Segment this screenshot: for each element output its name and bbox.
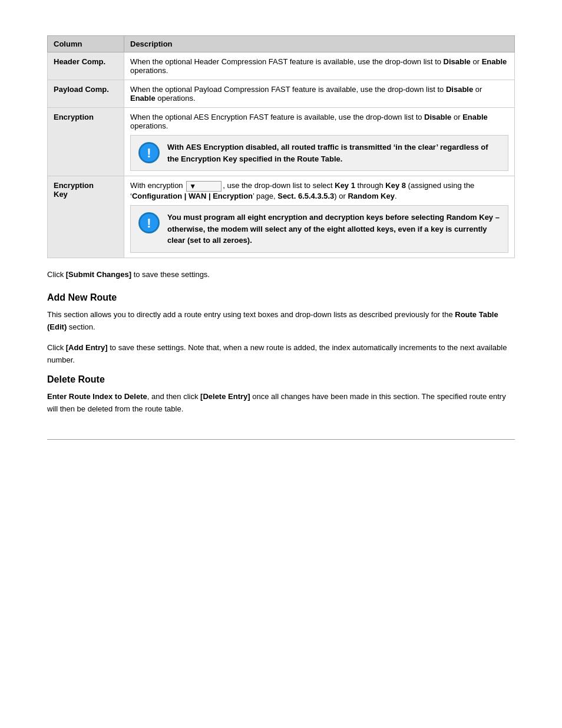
footer-divider bbox=[47, 439, 515, 440]
encryption-key-note-text: You must program all eight encryption an… bbox=[167, 212, 501, 246]
warning-icon-2: ! bbox=[138, 212, 160, 234]
table-row: EncryptionKey With encryption ▼, use the… bbox=[48, 176, 515, 258]
desc-header-comp: When the optional Header Compression FAS… bbox=[124, 52, 515, 80]
table-row: Encryption When the optional AES Encrypt… bbox=[48, 108, 515, 176]
desc-payload-comp: When the optional Payload Compression FA… bbox=[124, 80, 515, 108]
add-new-route-para1: This section allows you to directly add … bbox=[47, 309, 515, 334]
submit-line: Click [Submit Changes] to save these set… bbox=[47, 269, 515, 281]
encryption-key-note-box: ! You must program all eight encryption … bbox=[130, 205, 508, 253]
desc-encryption: When the optional AES Encryption FAST fe… bbox=[124, 108, 515, 176]
encryption-note-text: With AES Encryption disabled, all routed… bbox=[167, 141, 501, 164]
desc-header: Description bbox=[124, 36, 515, 52]
svg-text:!: ! bbox=[147, 216, 151, 230]
submit-changes-label: [Submit Changes] bbox=[66, 270, 131, 279]
encryption-dropdown[interactable]: ▼ bbox=[186, 181, 222, 192]
col-encryption-key: EncryptionKey bbox=[48, 176, 124, 258]
col-header: Column bbox=[48, 36, 124, 52]
col-encryption: Encryption bbox=[48, 108, 124, 176]
encryption-note-box: ! With AES Encryption disabled, all rout… bbox=[130, 135, 508, 171]
add-new-route-heading: Add New Route bbox=[47, 292, 515, 303]
table-row: Payload Comp. When the optional Payload … bbox=[48, 80, 515, 108]
warning-icon: ! bbox=[138, 141, 160, 164]
desc-encryption-key: With encryption ▼, use the drop-down lis… bbox=[124, 176, 515, 258]
svg-text:!: ! bbox=[147, 146, 151, 160]
delete-route-para: Enter Route Index to Delete, and then cl… bbox=[47, 391, 515, 416]
col-payload-comp: Payload Comp. bbox=[48, 80, 124, 108]
add-new-route-para2: Click [Add Entry] to save these settings… bbox=[47, 342, 515, 367]
reference-table: Column Description Header Comp. When the… bbox=[47, 35, 515, 258]
delete-route-heading: Delete Route bbox=[47, 374, 515, 385]
table-row: Header Comp. When the optional Header Co… bbox=[48, 52, 515, 80]
col-header-comp: Header Comp. bbox=[48, 52, 124, 80]
